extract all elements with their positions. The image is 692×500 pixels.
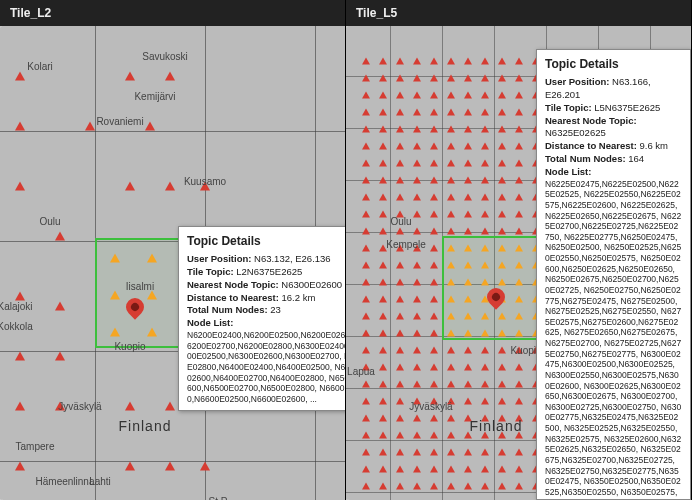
node-marker — [362, 381, 370, 388]
node-marker — [55, 402, 65, 411]
node-marker — [15, 352, 25, 361]
node-marker — [379, 211, 387, 218]
node-marker — [379, 75, 387, 82]
node-marker — [464, 296, 472, 303]
node-marker — [15, 182, 25, 191]
node-marker — [447, 177, 455, 184]
node-marker — [498, 330, 506, 337]
node-marker — [430, 58, 438, 65]
node-marker — [145, 122, 155, 131]
node-marker — [464, 279, 472, 286]
node-marker — [413, 126, 421, 133]
node-marker — [498, 160, 506, 167]
node-marker — [15, 292, 25, 301]
node-marker — [362, 483, 370, 490]
node-marker — [430, 92, 438, 99]
node-marker — [515, 466, 523, 473]
node-marker — [447, 313, 455, 320]
node-marker — [413, 449, 421, 456]
node-marker — [430, 126, 438, 133]
node-marker — [481, 432, 489, 439]
node-marker — [362, 313, 370, 320]
node-marker — [481, 211, 489, 218]
node-marker — [413, 160, 421, 167]
node-marker — [147, 254, 157, 263]
node-marker — [464, 194, 472, 201]
node-marker — [481, 194, 489, 201]
map-l2[interactable]: Oulu Iisalmi Kuopio Jyväskylä Tampere Fi… — [0, 26, 345, 500]
node-marker — [379, 177, 387, 184]
node-marker — [515, 58, 523, 65]
node-marker — [430, 398, 438, 405]
node-marker — [396, 398, 404, 405]
node-marker — [379, 194, 387, 201]
node-marker — [481, 58, 489, 65]
node-marker — [447, 75, 455, 82]
node-marker — [396, 75, 404, 82]
node-marker — [125, 72, 135, 81]
node-marker — [498, 415, 506, 422]
node-marker — [396, 160, 404, 167]
node-marker — [498, 279, 506, 286]
node-marker — [464, 126, 472, 133]
node-marker — [430, 381, 438, 388]
tooltip-heading: Topic Details — [187, 233, 345, 249]
node-marker — [362, 228, 370, 235]
map-l5[interactable]: Oulu Kempele Finland Jyväskylä Kuopio La… — [346, 26, 691, 500]
node-marker — [447, 296, 455, 303]
node-marker — [464, 160, 472, 167]
node-marker — [430, 194, 438, 201]
node-marker — [413, 75, 421, 82]
node-marker — [379, 381, 387, 388]
node-marker — [125, 462, 135, 471]
node-marker — [447, 330, 455, 337]
node-marker — [430, 483, 438, 490]
node-marker — [464, 466, 472, 473]
node-marker — [362, 245, 370, 252]
node-marker — [481, 228, 489, 235]
panel-tile-l2: Tile_L2 Oulu Iisalmi Kuopio Jyväskylä Ta… — [0, 0, 346, 500]
node-marker — [447, 483, 455, 490]
node-marker — [396, 313, 404, 320]
node-marker — [447, 432, 455, 439]
node-marker — [498, 126, 506, 133]
node-marker — [396, 483, 404, 490]
node-marker — [413, 415, 421, 422]
node-marker — [515, 432, 523, 439]
node-marker — [515, 228, 523, 235]
node-marker — [396, 364, 404, 371]
node-marker — [481, 262, 489, 269]
node-marker — [447, 211, 455, 218]
node-marker — [379, 364, 387, 371]
node-marker — [396, 177, 404, 184]
node-marker — [447, 398, 455, 405]
node-marker — [125, 402, 135, 411]
node-marker — [379, 58, 387, 65]
node-marker — [430, 228, 438, 235]
node-marker — [379, 330, 387, 337]
node-marker — [396, 279, 404, 286]
node-marker — [396, 211, 404, 218]
node-marker — [379, 228, 387, 235]
node-marker — [464, 381, 472, 388]
node-marker — [515, 75, 523, 82]
node-marker — [481, 483, 489, 490]
node-marker — [464, 75, 472, 82]
node-marker — [362, 92, 370, 99]
node-marker — [481, 449, 489, 456]
node-marker — [110, 328, 120, 337]
node-marker — [396, 58, 404, 65]
node-marker — [413, 58, 421, 65]
node-marker — [379, 398, 387, 405]
node-marker — [498, 211, 506, 218]
node-marker — [362, 398, 370, 405]
node-marker — [362, 194, 370, 201]
node-marker — [15, 122, 25, 131]
node-marker — [413, 211, 421, 218]
node-marker — [396, 449, 404, 456]
node-marker — [165, 402, 175, 411]
node-marker — [362, 415, 370, 422]
node-marker — [379, 109, 387, 116]
node-marker — [362, 296, 370, 303]
node-marker — [498, 194, 506, 201]
